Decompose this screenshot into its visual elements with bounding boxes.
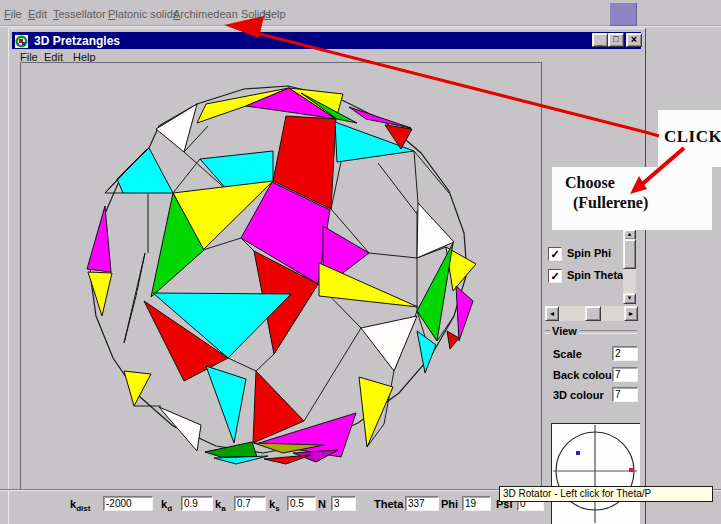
k-dist-label: kdist <box>70 498 90 510</box>
app-menu-platonic-solids[interactable]: Platonic solids <box>108 8 178 20</box>
scroll-down-button[interactable]: ▼ <box>623 293 636 304</box>
view-group-line-left <box>545 330 550 333</box>
n-label: N <box>318 498 326 510</box>
app-menu-edit[interactable]: Edit <box>28 8 47 20</box>
n-input[interactable] <box>331 496 356 511</box>
polyhedron-face <box>447 331 459 349</box>
polyhedron-face <box>87 206 111 272</box>
view-group-title: View <box>552 325 577 337</box>
wireframe-edge <box>369 253 417 258</box>
polyhedron-face <box>124 371 151 406</box>
close-button[interactable]: × <box>626 33 642 47</box>
k-s-input[interactable] <box>287 496 316 511</box>
scale-input[interactable] <box>612 346 638 361</box>
scale-label: Scale <box>553 348 582 360</box>
canvas-area[interactable] <box>20 62 542 491</box>
rotator-widget[interactable] <box>551 423 640 524</box>
phi-label: Phi <box>441 498 458 510</box>
3d-colour-input[interactable] <box>612 387 638 402</box>
wireframe-edge <box>173 159 200 193</box>
choose-annotation-line2: (Fullerene) <box>573 194 648 212</box>
wireframe-edge <box>228 358 256 371</box>
spin-phi-label: Spin Phi <box>567 247 611 259</box>
theta-input[interactable] <box>405 496 439 511</box>
click-annotation-box: CLICK <box>658 110 721 167</box>
window-title: 3D Pretzangles <box>34 34 120 48</box>
scroll-right-button[interactable]: ► <box>624 306 638 321</box>
k-a-input[interactable] <box>234 496 266 511</box>
back-colour-input[interactable] <box>612 367 638 382</box>
app-menu-archimedean-solids[interactable]: Archimedean Solids <box>173 8 271 20</box>
polyhedron-face <box>361 316 417 371</box>
theta-label: Theta <box>374 498 403 510</box>
k-a-label: ka <box>215 498 226 510</box>
polyhedron-face <box>349 107 411 128</box>
polyhedron-face <box>159 407 201 451</box>
spin-theta-label: Spin Theta <box>567 269 623 281</box>
wireframe-edge <box>414 151 449 193</box>
rotator-graphic <box>552 424 640 524</box>
spin-theta-checkbox[interactable]: ✓ <box>548 269 562 283</box>
choose-annotation-box: Choose (Fullerene) <box>552 167 712 230</box>
polyhedron-face <box>417 331 436 373</box>
click-annotation-text: CLICK <box>664 127 721 147</box>
screen: File Edit Tessellator Platonic solids Ar… <box>0 0 721 524</box>
phi-input[interactable] <box>462 496 491 511</box>
background-window-fragment <box>610 3 637 26</box>
3d-colour-label: 3D colour <box>553 389 604 401</box>
choose-annotation-line1: Choose <box>565 174 615 192</box>
app-menu-tessellator[interactable]: Tessellator <box>53 8 106 20</box>
k-d-label: kd <box>161 498 172 510</box>
rotator-blue-dot <box>576 451 580 455</box>
rotator-red-dot <box>629 468 633 472</box>
polyhedron-face <box>359 377 393 447</box>
k-dist-input[interactable] <box>103 496 153 511</box>
k-s-label: ks <box>269 498 280 510</box>
wireframe-edge <box>414 151 418 203</box>
wireframe-edge <box>256 354 274 371</box>
polyhedron-face <box>264 455 311 464</box>
maximize-button[interactable]: □ <box>608 33 624 47</box>
window-titlebar[interactable]: 3D Pretzangles <box>12 32 641 49</box>
view-group-line <box>579 330 637 333</box>
wireframe-edge <box>378 163 417 214</box>
menubar-divider-highlight <box>0 26 721 27</box>
app-icon <box>15 34 28 47</box>
polyhedron-face <box>206 366 246 443</box>
k-d-input[interactable] <box>181 496 213 511</box>
horizontal-scrollbar[interactable]: ◄ ► <box>545 306 637 321</box>
horizontal-scroll-thumb[interactable] <box>585 306 601 321</box>
rotator-tooltip: 3D Rotator - Left click for Theta/P <box>499 486 713 502</box>
app-menu-file[interactable]: File <box>4 8 22 20</box>
vertical-scroll-thumb[interactable] <box>623 239 636 269</box>
wireframe-edge <box>304 328 361 421</box>
polyhedron-face <box>214 456 268 464</box>
spin-phi-checkbox[interactable]: ✓ <box>548 247 562 261</box>
back-colour-label: Back colour <box>553 369 616 381</box>
polyhedron-face <box>124 253 145 343</box>
minimize-button[interactable]: _ <box>592 33 608 47</box>
polyhedron-face <box>456 286 473 341</box>
vertical-scrollbar[interactable]: ▲ ▼ <box>623 229 636 304</box>
app-menu-help[interactable]: Help <box>263 8 286 20</box>
scroll-left-button[interactable]: ◄ <box>545 306 559 321</box>
polyhedron-canvas <box>21 63 541 490</box>
polyhedron-face <box>88 272 112 316</box>
